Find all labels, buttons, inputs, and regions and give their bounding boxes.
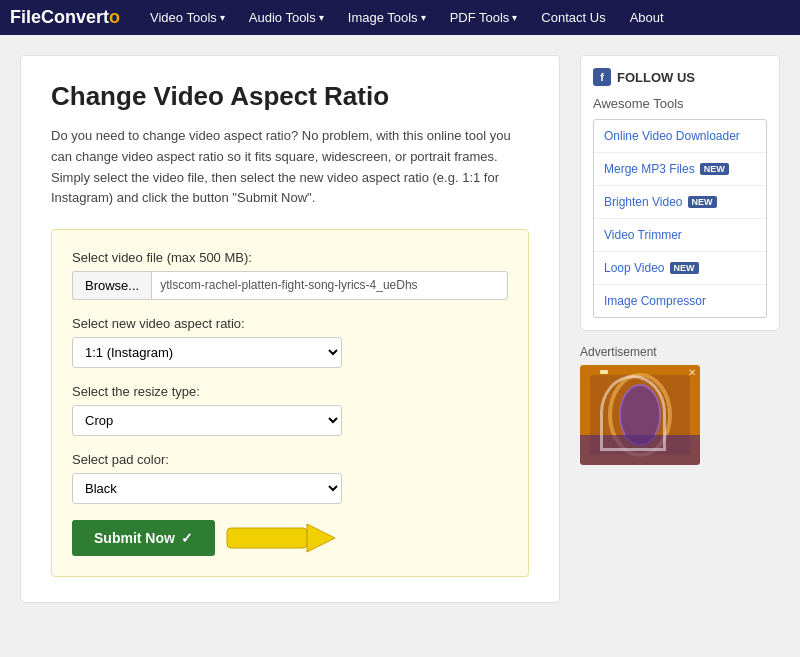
file-label: Select video file (max 500 MB): (72, 250, 508, 265)
tools-list: Online Video Downloader Merge MP3 Files … (593, 119, 767, 318)
left-panel: Change Video Aspect Ratio Do you need to… (20, 55, 560, 603)
file-select-group: Select video file (max 500 MB): Browse..… (72, 250, 508, 300)
tool-item-loop-video[interactable]: Loop Video NEW (594, 252, 766, 285)
main-container: Change Video Aspect Ratio Do you need to… (10, 55, 790, 603)
svg-point-4 (610, 375, 670, 455)
file-input-row: Browse... ytlscom-rachel-platten-fight-s… (72, 271, 508, 300)
tool-item-image-compressor[interactable]: Image Compressor (594, 285, 766, 317)
ad-close-button[interactable]: ✕ (688, 367, 696, 378)
pad-color-label: Select pad color: (72, 452, 508, 467)
new-badge: NEW (700, 163, 729, 175)
arrow-annotation (225, 520, 335, 556)
resize-type-select[interactable]: Crop Pad Stretch (72, 405, 342, 436)
page-title: Change Video Aspect Ratio (51, 81, 529, 112)
aspect-ratio-label: Select new video aspect ratio: (72, 316, 508, 331)
form-area: Select video file (max 500 MB): Browse..… (51, 229, 529, 577)
resize-type-group: Select the resize type: Crop Pad Stretch (72, 384, 508, 436)
submit-row: Submit Now ✓ (72, 520, 508, 556)
site-logo[interactable]: FileConverto (10, 7, 120, 28)
dropdown-arrow-icon: ▾ (220, 12, 225, 23)
svg-marker-1 (307, 524, 335, 552)
ad-graphic (580, 365, 700, 465)
dropdown-arrow-icon: ▾ (421, 12, 426, 23)
svg-rect-0 (227, 528, 307, 548)
submit-button[interactable]: Submit Now ✓ (72, 520, 215, 556)
tool-item-merge-mp3[interactable]: Merge MP3 Files NEW (594, 153, 766, 186)
nav-video-tools[interactable]: Video Tools ▾ (140, 4, 235, 31)
awesome-tools-title: Awesome Tools (593, 96, 767, 111)
follow-title: f FOLLOW US (593, 68, 767, 86)
svg-rect-6 (580, 435, 700, 465)
nav-about[interactable]: About (620, 4, 674, 31)
svg-rect-7 (600, 370, 608, 374)
ad-section: Advertisement ✕ (580, 345, 780, 465)
resize-type-label: Select the resize type: (72, 384, 508, 399)
tool-item-brighten-video[interactable]: Brighten Video NEW (594, 186, 766, 219)
nav-menu: Video Tools ▾ Audio Tools ▾ Image Tools … (140, 4, 790, 31)
follow-section: f FOLLOW US Awesome Tools Online Video D… (580, 55, 780, 331)
dropdown-arrow-icon: ▾ (512, 12, 517, 23)
new-badge: NEW (670, 262, 699, 274)
new-badge: NEW (688, 196, 717, 208)
aspect-ratio-group: Select new video aspect ratio: 1:1 (Inst… (72, 316, 508, 368)
page-description: Do you need to change video aspect ratio… (51, 126, 529, 209)
facebook-icon: f (593, 68, 611, 86)
nav-contact-us[interactable]: Contact Us (531, 4, 615, 31)
pad-color-group: Select pad color: Black White Red Green … (72, 452, 508, 504)
ad-title: Advertisement (580, 345, 780, 359)
nav-audio-tools[interactable]: Audio Tools ▾ (239, 4, 334, 31)
dropdown-arrow-icon: ▾ (319, 12, 324, 23)
file-name-display: ytlscom-rachel-platten-fight-song-lyrics… (151, 271, 508, 300)
aspect-ratio-select[interactable]: 1:1 (Instagram) 16:9 (Widescreen) 4:3 (S… (72, 337, 342, 368)
pad-color-select[interactable]: Black White Red Green Blue (72, 473, 342, 504)
browse-button[interactable]: Browse... (72, 271, 151, 300)
svg-point-5 (620, 385, 660, 445)
nav-pdf-tools[interactable]: PDF Tools ▾ (440, 4, 528, 31)
checkmark-icon: ✓ (181, 530, 193, 546)
right-panel: f FOLLOW US Awesome Tools Online Video D… (580, 55, 780, 603)
logo-highlight: o (109, 7, 120, 27)
ad-image: ✕ (580, 365, 700, 465)
navigation: FileConverto Video Tools ▾ Audio Tools ▾… (0, 0, 800, 35)
tool-item-video-trimmer[interactable]: Video Trimmer (594, 219, 766, 252)
nav-image-tools[interactable]: Image Tools ▾ (338, 4, 436, 31)
tool-item-video-downloader[interactable]: Online Video Downloader (594, 120, 766, 153)
